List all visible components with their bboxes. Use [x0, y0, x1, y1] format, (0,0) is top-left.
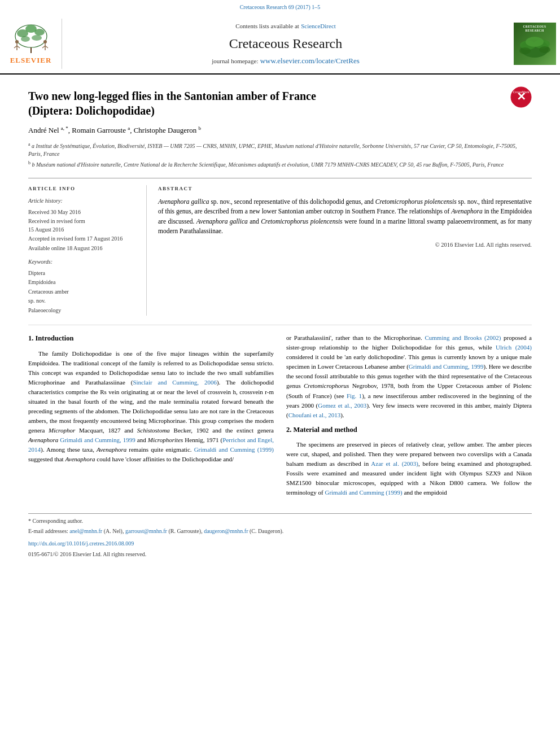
body-content: 1. Introduction The family Dolichopodida…	[28, 333, 532, 502]
homepage-url[interactable]: www.elsevier.com/locate/CretRes	[260, 56, 360, 65]
keyword-1: Diptera	[28, 269, 138, 278]
article-info-panel: ARTICLE INFO Article history: Received 3…	[28, 185, 147, 316]
abstract-panel: ABSTRACT Avenaphora gallica sp. nov., se…	[158, 185, 532, 316]
authors-line: André Nel a, *, Romain Garrouste a, Chri…	[28, 125, 532, 136]
ref-choufani-2013[interactable]: Choufani et al., 2013	[288, 412, 341, 418]
ref-azar-2003[interactable]: Azar et al. (2003)	[371, 460, 418, 467]
affil-a: a a Institut de Systématique, Évolution,…	[28, 141, 532, 158]
svg-text:CrossMark: CrossMark	[513, 90, 530, 94]
journal-title: Cretaceous Research	[229, 34, 343, 54]
received-date: Received 30 May 2016	[28, 208, 138, 217]
svg-point-21	[519, 47, 531, 54]
svg-point-7	[32, 35, 42, 41]
copyright-notice: © 2016 Elsevier Ltd. All rights reserved…	[158, 241, 532, 249]
author1-sup: a, *	[61, 125, 68, 131]
ref-sinclair-cumming[interactable]: Sinclair and Cumming, 2006	[133, 379, 216, 386]
contents-available-line: Contents lists available at ScienceDirec…	[235, 21, 336, 32]
cretaceous-logo-text-line1: CRETACEOUS	[523, 25, 546, 29]
article-info-abstract: ARTICLE INFO Article history: Received 3…	[28, 178, 532, 316]
ref-fig1[interactable]: Fig. 1	[347, 392, 362, 399]
journal-citation-bar: Cretaceous Research 69 (2017) 1–5	[0, 0, 560, 14]
section1-paragraph2: or Parathalassiini', rather than to the …	[286, 333, 532, 420]
section1-paragraph1: The family Dolichopodidae is one of the …	[28, 349, 274, 465]
svg-point-22	[539, 46, 550, 53]
ref-grimaldi-cumming-1999a[interactable]: Grimaldi and Cumming, 1999	[60, 436, 135, 443]
svg-point-12	[43, 40, 47, 43]
journal-logo-right: CRETACEOUS RESEARCH	[509, 19, 560, 69]
email-daugeron-link[interactable]: daugeron@mnhn.fr	[204, 528, 248, 534]
keywords-label: Keywords:	[28, 258, 138, 267]
keyword-4: sp. nov.	[28, 297, 138, 305]
sciencedirect-link[interactable]: ScienceDirect	[301, 23, 336, 29]
corresponding-note: * Corresponding author.	[28, 517, 532, 526]
crossmark-badge[interactable]: ✕ CrossMark	[510, 86, 532, 111]
ref-grimaldi-cumming-1999c[interactable]: Grimaldi and Cumming, 1999	[409, 363, 484, 370]
journal-header: ELSEVIER Contents lists available at Sci…	[0, 14, 560, 75]
ref-grimaldi-cumming-1999b[interactable]: Grimaldi and Cumming (1999)	[194, 446, 274, 453]
body-left-column: 1. Introduction The family Dolichopodida…	[28, 333, 274, 502]
doi-link[interactable]: http://dx.doi.org/10.1016/j.cretres.2016…	[28, 540, 134, 547]
main-content: Two new long-legged flies in the Santoni…	[0, 75, 560, 567]
journal-center-info: Contents lists available at ScienceDirec…	[62, 19, 509, 69]
svg-point-8	[15, 40, 19, 43]
affiliations: a a Institut de Systématique, Évolution,…	[28, 141, 532, 169]
footnotes: * Corresponding author. E-mail addresses…	[28, 513, 532, 558]
affil-b: b b Muséum national d'Histoire naturelle…	[28, 160, 532, 169]
doi-line: http://dx.doi.org/10.1016/j.cretres.2016…	[28, 540, 532, 548]
svg-point-6	[21, 36, 30, 42]
keyword-3: Cretaceous amber	[28, 288, 138, 296]
accepted-date: Accepted in revised form 17 August 2016	[28, 235, 138, 243]
received-revised-date: Received in revised form 15 August 2016	[28, 217, 138, 234]
ref-grimaldi-cumming-1999d[interactable]: Grimaldi and Cumming (1999)	[325, 489, 402, 496]
author2-name: Romain Garrouste	[72, 126, 128, 135]
section1-heading: 1. Introduction	[28, 333, 274, 344]
ref-ulrich-2004[interactable]: Ulrich (2004)	[496, 344, 532, 351]
svg-point-20	[526, 37, 544, 47]
article-history-label: Article history:	[28, 197, 138, 206]
email-nel-link[interactable]: anel@mnhn.fr	[69, 528, 102, 534]
body-right-column: or Parathalassiini', rather than to the …	[286, 333, 532, 502]
cretaceous-research-logo: CRETACEOUS RESEARCH	[514, 23, 556, 65]
svg-point-5	[25, 25, 37, 33]
keyword-5: Palaeoecology	[28, 307, 138, 315]
available-online: Available online 18 August 2016	[28, 244, 138, 253]
author1-name: André Nel	[28, 126, 61, 135]
article-title: Two new long-legged flies in the Santoni…	[28, 89, 502, 118]
cretaceous-logo-text-line2: RESEARCH	[523, 29, 546, 33]
section2-heading: 2. Material and method	[286, 425, 532, 435]
elsevier-brand-name: ELSEVIER	[10, 55, 52, 66]
crossmark-icon: ✕ CrossMark	[510, 86, 532, 108]
author2-sup: a	[128, 125, 130, 131]
homepage-line: journal homepage: www.elsevier.com/locat…	[212, 56, 359, 67]
article-info-title: ARTICLE INFO	[28, 185, 138, 193]
email-line: E-mail addresses: anel@mnhn.fr (A. Nel),…	[28, 527, 532, 536]
author3-sup: b	[199, 125, 202, 131]
journal-citation-text: Cretaceous Research 69 (2017) 1–5	[240, 4, 321, 10]
cretaceous-logo-image	[517, 33, 553, 60]
body-divider	[28, 325, 532, 325]
author3-name: Christophe Daugeron	[134, 126, 199, 135]
abstract-title: ABSTRACT	[158, 185, 532, 193]
elsevier-tree-icon	[8, 22, 54, 53]
issn-line: 0195-6671/© 2016 Elsevier Ltd. All right…	[28, 551, 532, 559]
abstract-text: Avenaphora gallica sp. nov., second repr…	[158, 197, 532, 236]
keyword-2: Empidoidea	[28, 278, 138, 287]
section2-paragraph1: The specimens are preserved in pieces of…	[286, 440, 532, 497]
ref-cumming-brooks[interactable]: Cumming and Brooks (2002)	[425, 334, 501, 341]
elsevier-logo: ELSEVIER	[0, 19, 62, 69]
email-garrouste-link[interactable]: garroust@mnhn.fr	[125, 528, 167, 534]
ref-gomez-2003[interactable]: Gomez et al., 2003	[318, 402, 366, 409]
